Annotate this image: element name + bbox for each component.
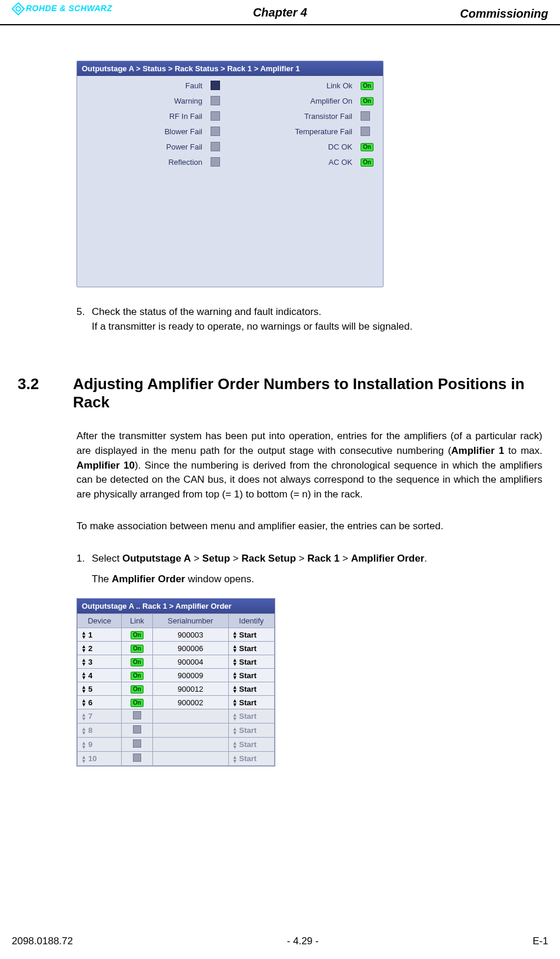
status-indicator [133, 754, 141, 762]
status-indicator [361, 111, 370, 121]
identify-button: ▲▼Start [228, 724, 274, 738]
page-footer: 2098.0188.72 - 4.29 - E-1 [0, 935, 560, 947]
link-cell: On [122, 669, 153, 682]
amplifier-status-panel: Outputstage A > Status > Rack Status > R… [76, 61, 384, 287]
up-down-icon: ▲▼ [232, 713, 238, 721]
serial-cell: 900006 [152, 642, 228, 655]
step-5-line1: Check the status of the warning and faul… [92, 306, 321, 317]
serial-cell [152, 738, 228, 752]
amplifier-order-title: Outputstage A .. Rack 1 > Amplifier Orde… [77, 599, 275, 613]
on-indicator: On [361, 97, 374, 105]
status-label: Blower Fail [83, 127, 202, 136]
col-serial: Serialnumber [152, 614, 228, 628]
step-5-number: 5. [76, 305, 92, 334]
device-stepper[interactable]: ▲▼6 [78, 696, 122, 709]
up-down-icon: ▲▼ [81, 672, 86, 680]
link-cell: On [122, 655, 153, 669]
on-indicator: On [361, 82, 374, 90]
on-indicator: On [131, 658, 144, 666]
up-down-icon: ▲▼ [81, 727, 86, 735]
device-stepper[interactable]: ▲▼2 [78, 642, 122, 655]
table-row: ▲▼10▲▼Start [78, 752, 275, 766]
on-indicator: On [131, 631, 144, 639]
up-down-icon: ▲▼ [232, 755, 238, 764]
device-stepper: ▲▼7 [78, 709, 122, 724]
para-1: After the transmitter system has been pu… [76, 429, 542, 502]
up-down-icon: ▲▼ [232, 741, 238, 749]
page-header: ROHDE & SCHWARZ Chapter 4 Commissioning [0, 0, 560, 25]
identify-button[interactable]: ▲▼Start [228, 696, 274, 709]
up-down-icon: ▲▼ [81, 658, 86, 666]
up-down-icon: ▲▼ [81, 645, 86, 653]
table-row: ▲▼6On900002▲▼Start [78, 696, 275, 709]
up-down-icon: ▲▼ [232, 685, 238, 693]
status-indicator [133, 739, 141, 748]
footer-center: - 4.29 - [287, 935, 319, 947]
up-down-icon: ▲▼ [81, 699, 86, 707]
para-2: To make association between menu and amp… [76, 519, 542, 534]
status-label: Link Ok [233, 81, 352, 90]
device-stepper[interactable]: ▲▼3 [78, 655, 122, 669]
up-down-icon: ▲▼ [232, 645, 238, 653]
status-indicator [211, 142, 220, 151]
device-stepper: ▲▼8 [78, 724, 122, 738]
status-label: Fault [83, 81, 202, 90]
up-down-icon: ▲▼ [232, 727, 238, 735]
identify-button[interactable]: ▲▼Start [228, 655, 274, 669]
table-row: ▲▼3On900004▲▼Start [78, 655, 275, 669]
on-indicator: On [131, 699, 144, 707]
status-label: Transistor Fail [233, 112, 352, 121]
up-down-icon: ▲▼ [232, 672, 238, 680]
serial-cell [152, 724, 228, 738]
step-1-number: 1. [76, 552, 92, 586]
serial-cell [152, 752, 228, 766]
amplifier-order-panel: Outputstage A .. Rack 1 > Amplifier Orde… [76, 598, 275, 766]
identify-button[interactable]: ▲▼Start [228, 628, 274, 642]
device-stepper[interactable]: ▲▼5 [78, 682, 122, 696]
identify-button[interactable]: ▲▼Start [228, 682, 274, 696]
table-row: ▲▼1On900003▲▼Start [78, 628, 275, 642]
serial-cell: 900004 [152, 655, 228, 669]
up-down-icon: ▲▼ [81, 741, 86, 749]
serial-cell: 900009 [152, 669, 228, 682]
step-5-line2: If a transmitter is ready to operate, no… [92, 321, 412, 332]
serial-cell: 900002 [152, 696, 228, 709]
identify-button: ▲▼Start [228, 752, 274, 766]
device-stepper: ▲▼10 [78, 752, 122, 766]
table-row: ▲▼4On900009▲▼Start [78, 669, 275, 682]
step-1: 1. Select Outputstage A > Setup > Rack S… [76, 552, 542, 586]
up-down-icon: ▲▼ [81, 685, 86, 693]
link-cell: On [122, 696, 153, 709]
section-label: Commissioning [460, 7, 548, 21]
table-row: ▲▼7▲▼Start [78, 709, 275, 724]
link-cell [122, 709, 153, 724]
link-cell: On [122, 642, 153, 655]
status-indicator [133, 725, 141, 734]
identify-button[interactable]: ▲▼Start [228, 642, 274, 655]
up-down-icon: ▲▼ [81, 713, 86, 721]
on-indicator: On [131, 645, 144, 653]
status-indicator [211, 96, 220, 105]
on-indicator: On [131, 685, 144, 693]
status-indicator [211, 157, 220, 167]
link-cell: On [122, 628, 153, 642]
status-indicator [211, 111, 220, 121]
svg-point-1 [16, 6, 20, 11]
device-stepper[interactable]: ▲▼1 [78, 628, 122, 642]
section-3-2-title: Adjusting Amplifier Order Numbers to Ins… [73, 375, 532, 412]
table-row: ▲▼5On900012▲▼Start [78, 682, 275, 696]
link-cell [122, 752, 153, 766]
amplifier-order-table: Device Link Serialnumber Identify ▲▼1On9… [77, 613, 275, 766]
brand-logo: ROHDE & SCHWARZ [12, 2, 112, 15]
identify-button[interactable]: ▲▼Start [228, 669, 274, 682]
footer-left: 2098.0188.72 [12, 935, 73, 947]
device-stepper[interactable]: ▲▼4 [78, 669, 122, 682]
on-indicator: On [361, 143, 374, 151]
status-label: Warning [83, 97, 202, 105]
step-5: 5. Check the status of the warning and f… [76, 305, 542, 334]
table-row: ▲▼2On900006▲▼Start [78, 642, 275, 655]
col-identify: Identify [228, 614, 274, 628]
on-indicator: On [131, 672, 144, 680]
status-indicator [133, 711, 141, 719]
up-down-icon: ▲▼ [81, 755, 86, 764]
